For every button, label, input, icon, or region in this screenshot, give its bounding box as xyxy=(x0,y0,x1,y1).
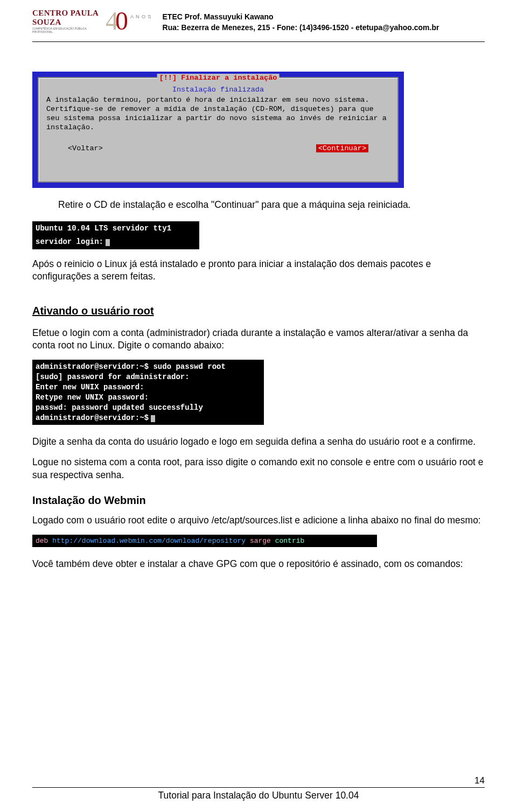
installer-buttons: <Voltar> <Continuar> xyxy=(46,144,390,152)
passwd-terminal: administrador@servidor:~$ sudo passwd ro… xyxy=(32,360,264,425)
header-text: ETEC Prof. Massuyuki Kawano Rua: Bezerra… xyxy=(163,11,485,33)
deb-line-terminal: deb http://download.webmin.com/download/… xyxy=(32,535,377,548)
footer-rule xyxy=(32,787,485,788)
cursor-icon xyxy=(151,415,155,422)
heading-root: Ativando o usuário root xyxy=(32,305,485,317)
logo-main: CENTRO PAULA SOUZA xyxy=(32,9,104,27)
login-banner: Ubuntu 10.04 LTS servidor tty1 xyxy=(36,223,196,234)
installer-title: [!!] Finalizar a instalação xyxy=(157,74,280,82)
term-line: Retype new UNIX password: xyxy=(36,393,261,403)
installer-body: A instalação terminou, portanto é hora d… xyxy=(46,96,390,132)
deb-component: contrib xyxy=(275,537,305,545)
logo: CENTRO PAULA SOUZA COMPETÊNCIA EM EDUCAÇ… xyxy=(32,11,152,31)
anos-label: A N O S xyxy=(130,14,152,19)
deb-url: http://download.webmin.com/download/repo… xyxy=(52,537,246,545)
term-line: passwd: password updated successfully xyxy=(36,403,261,413)
heading-webmin: Instalação do Webmin xyxy=(32,494,485,507)
cursor-icon xyxy=(106,239,110,246)
school-name: ETEC Prof. Massuyuki Kawano xyxy=(163,12,485,23)
digit-0-icon: 0 xyxy=(115,11,128,31)
paragraph-efetue-login: Efetue o login com a conta (administrado… xyxy=(32,327,485,352)
paragraph-digite-senha: Digite a senha da conta do usuário logad… xyxy=(32,436,485,449)
content: [!!] Finalizar a instalação Instalação f… xyxy=(32,42,485,571)
continue-button[interactable]: <Continuar> xyxy=(316,144,368,152)
installer-panel: [!!] Finalizar a instalação Instalação f… xyxy=(38,77,399,183)
deb-dist: sarge xyxy=(250,537,271,545)
anniversary-logo: 4 0 A N O S xyxy=(106,11,152,31)
page-footer: 14 Tutorial para Instalação do Ubuntu Se… xyxy=(32,775,485,801)
paragraph-retire-cd: Retire o CD de instalação e escolha "Con… xyxy=(32,199,485,212)
paragraph-logue-root: Logue no sistema com a conta root, para … xyxy=(32,456,485,481)
login-terminal: Ubuntu 10.04 LTS servidor tty1 servidor … xyxy=(32,221,199,249)
term-line: Enter new UNIX password: xyxy=(36,382,261,393)
installer-screenshot: [!!] Finalizar a instalação Instalação f… xyxy=(32,72,404,188)
paragraph-sources-list: Logado com o usuário root edite o arquiv… xyxy=(32,514,485,527)
installer-subtitle: Instalação finalizada xyxy=(46,86,390,94)
cps-logo: CENTRO PAULA SOUZA COMPETÊNCIA EM EDUCAÇ… xyxy=(32,11,104,31)
school-address: Rua: Bezerra de Menezes, 215 - Fone: (14… xyxy=(163,23,485,33)
paragraph-gpg: Você também deve obter e instalar a chav… xyxy=(32,558,485,571)
page-header: CENTRO PAULA SOUZA COMPETÊNCIA EM EDUCAÇ… xyxy=(32,11,485,38)
footer-title: Tutorial para Instalação do Ubuntu Serve… xyxy=(32,790,485,801)
logo-sub: COMPETÊNCIA EM EDUCAÇÃO PÚBLICA PROFISSI… xyxy=(32,27,104,33)
deb-keyword: deb xyxy=(36,537,48,545)
term-line: [sudo] password for administrador: xyxy=(36,372,261,382)
page-number: 14 xyxy=(32,775,485,786)
paragraph-apos-reinicio: Após o reinicio o Linux já está instalad… xyxy=(32,258,485,283)
term-line: administrador@servidor:~$ xyxy=(36,413,261,423)
term-line: administrador@servidor:~$ sudo passwd ro… xyxy=(36,362,261,372)
login-prompt: servidor login: xyxy=(36,237,196,247)
back-button[interactable]: <Voltar> xyxy=(68,144,103,152)
